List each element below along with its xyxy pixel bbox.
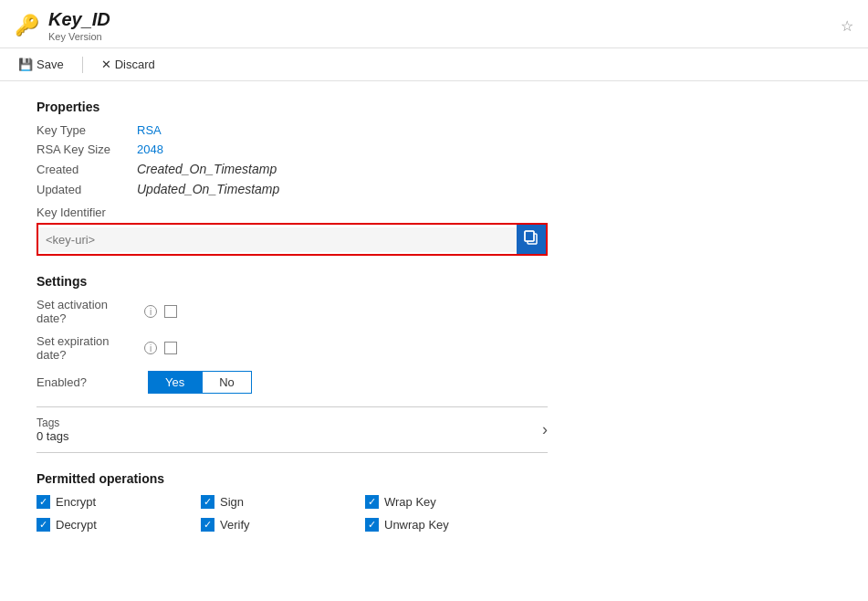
- expiration-row: Set expiration date? i: [37, 334, 831, 362]
- created-label: Created: [37, 163, 137, 176]
- key-uri-wrapper: [37, 223, 548, 256]
- page-subtitle: Key Version: [48, 31, 110, 42]
- encrypt-label: Encrypt: [56, 495, 96, 509]
- rsa-key-size-row: RSA Key Size 2048: [37, 142, 831, 156]
- svg-rect-1: [525, 231, 534, 241]
- main-content: Properties Key Type RSA RSA Key Size 204…: [0, 81, 868, 600]
- unwrapkey-label: Unwrap Key: [384, 518, 449, 532]
- encrypt-checkbox[interactable]: ✓: [37, 495, 50, 509]
- tags-count: 0 tags: [37, 429, 68, 443]
- updated-row: Updated Updated_On_Timestamp: [37, 182, 831, 196]
- expiration-label: Set expiration date?: [37, 334, 137, 362]
- sign-label: Sign: [220, 495, 244, 509]
- verify-check-icon: ✓: [204, 519, 212, 531]
- wrapkey-label: Wrap Key: [384, 495, 436, 509]
- copy-button[interactable]: [517, 225, 546, 254]
- permitted-operations-title: Permitted operations: [37, 471, 831, 486]
- header-title-block: Key_ID Key Version: [48, 9, 110, 42]
- properties-section-title: Properties: [37, 100, 831, 114]
- tags-chevron-icon: ›: [542, 420, 548, 439]
- permitted-item-verify: ✓ Verify: [201, 518, 365, 532]
- copy-icon: [523, 229, 539, 249]
- rsa-key-size-value: 2048: [137, 142, 163, 156]
- page-title: Key_ID: [48, 9, 110, 30]
- enabled-row: Enabled? Yes No: [37, 371, 831, 394]
- decrypt-check-icon: ✓: [39, 519, 47, 531]
- permitted-item-encrypt: ✓ Encrypt: [37, 495, 201, 509]
- verify-label: Verify: [220, 518, 250, 532]
- key-type-row: Key Type RSA: [37, 123, 831, 137]
- permitted-item-decrypt: ✓ Decrypt: [37, 518, 201, 532]
- expiration-checkbox[interactable]: [164, 342, 177, 354]
- pin-icon[interactable]: ☆: [841, 17, 853, 35]
- permitted-item-unwrapkey: ✓ Unwrap Key: [365, 518, 529, 532]
- sign-check-icon: ✓: [204, 496, 212, 508]
- updated-value: Updated_On_Timestamp: [137, 182, 279, 196]
- key-icon: 🔑: [15, 14, 39, 37]
- activation-info-icon: i: [144, 305, 157, 318]
- toolbar-separator: [82, 57, 83, 73]
- wrapkey-check-icon: ✓: [368, 496, 376, 508]
- enabled-label: Enabled?: [37, 375, 137, 389]
- discard-label: Discard: [115, 58, 155, 71]
- permitted-operations-grid: ✓ Encrypt ✓ Sign ✓ Wrap Key ✓: [37, 495, 831, 532]
- encrypt-check-icon: ✓: [39, 496, 47, 508]
- header: 🔑 Key_ID Key Version ☆: [0, 0, 868, 48]
- decrypt-checkbox[interactable]: ✓: [37, 518, 50, 532]
- decrypt-label: Decrypt: [56, 518, 97, 532]
- created-value: Created_On_Timestamp: [137, 162, 277, 176]
- updated-label: Updated: [37, 183, 137, 196]
- activation-row: Set activation date? i: [37, 298, 831, 325]
- tags-label: Tags: [37, 416, 68, 429]
- unwrapkey-checkbox[interactable]: ✓: [365, 518, 379, 532]
- toolbar: 💾 Save ✕ Discard: [0, 48, 868, 81]
- toggle-yes-button[interactable]: Yes: [148, 371, 202, 394]
- sign-checkbox[interactable]: ✓: [201, 495, 214, 509]
- unwrapkey-check-icon: ✓: [368, 519, 376, 531]
- key-identifier-label: Key Identifier: [37, 206, 831, 219]
- created-row: Created Created_On_Timestamp: [37, 162, 831, 176]
- discard-button[interactable]: ✕ Discard: [98, 56, 159, 73]
- key-type-label: Key Type: [37, 123, 137, 137]
- tags-left: Tags 0 tags: [37, 416, 68, 443]
- wrapkey-checkbox[interactable]: ✓: [365, 495, 379, 509]
- enabled-toggle: Yes No: [148, 371, 252, 394]
- toggle-no-button[interactable]: No: [202, 371, 252, 394]
- header-left: 🔑 Key_ID Key Version: [15, 9, 110, 42]
- settings-section-title: Settings: [37, 274, 831, 289]
- key-uri-input[interactable]: [38, 227, 517, 252]
- permitted-item-wrapkey: ✓ Wrap Key: [365, 495, 529, 509]
- save-label: Save: [37, 58, 64, 71]
- permitted-operations-section: Permitted operations ✓ Encrypt ✓ Sign ✓ …: [37, 471, 831, 532]
- activation-checkbox[interactable]: [164, 305, 177, 318]
- save-icon: 💾: [18, 58, 33, 71]
- discard-icon: ✕: [101, 58, 111, 71]
- settings-section: Settings Set activation date? i Set expi…: [37, 274, 831, 394]
- key-type-value: RSA: [137, 123, 162, 137]
- save-button[interactable]: 💾 Save: [15, 56, 68, 73]
- permitted-item-sign: ✓ Sign: [201, 495, 365, 509]
- verify-checkbox[interactable]: ✓: [201, 518, 214, 532]
- tags-section[interactable]: Tags 0 tags ›: [37, 406, 548, 453]
- activation-label: Set activation date?: [37, 298, 137, 325]
- expiration-info-icon: i: [144, 342, 157, 354]
- rsa-key-size-label: RSA Key Size: [37, 142, 137, 156]
